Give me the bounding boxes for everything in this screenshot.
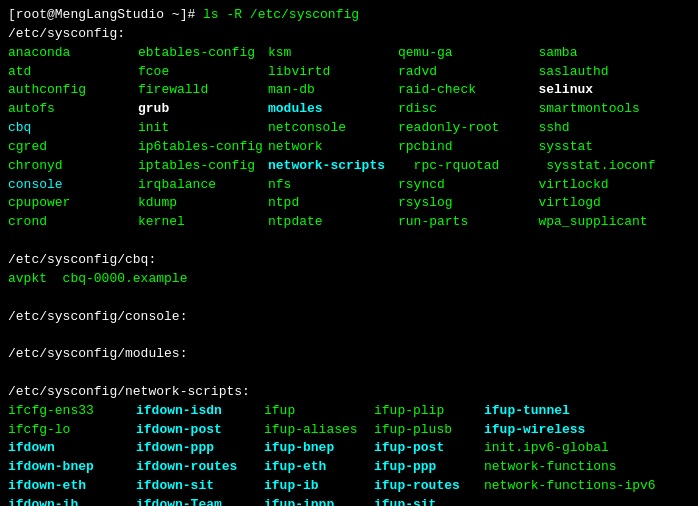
- modules-header: /etc/sysconfig/modules:: [8, 345, 690, 364]
- ns-row-4: ifdown-bnep ifdown-routes ifup-eth ifup-…: [8, 458, 690, 477]
- ls-row-3: authconfig firewalld man-db raid-check s…: [8, 81, 690, 100]
- ls-row-1: anaconda ebtables-config ksm qemu-ga sam…: [8, 44, 690, 63]
- console-header: /etc/sysconfig/console:: [8, 308, 690, 327]
- sysconfig-header: /etc/sysconfig:: [8, 25, 690, 44]
- blank-2: [8, 289, 690, 308]
- ns-row-3: ifdown ifdown-ppp ifup-bnep ifup-post in…: [8, 439, 690, 458]
- ns-row-1: ifcfg-ens33 ifdown-isdn ifup ifup-plip i…: [8, 402, 690, 421]
- prompt: [root@MengLangStudio ~]#: [8, 6, 203, 25]
- network-scripts-header: /etc/sysconfig/network-scripts:: [8, 383, 690, 402]
- cbq-contents: avpkt cbq-0000.example: [8, 270, 690, 289]
- ls-row-9: cpupower kdump ntpd rsyslog virtlogd: [8, 194, 690, 213]
- ls-row-2: atd fcoe libvirtd radvd saslauthd: [8, 63, 690, 82]
- ns-row-2: ifcfg-lo ifdown-post ifup-aliases ifup-p…: [8, 421, 690, 440]
- ls-row-5: cbq init netconsole readonly-root sshd: [8, 119, 690, 138]
- ns-row-6: ifdown-ib ifdown-Team ifup-ippp ifup-sit: [8, 496, 690, 506]
- command-line: [root@MengLangStudio ~]# ls -R /etc/sysc…: [8, 6, 690, 25]
- blank-4: [8, 364, 690, 383]
- ls-row-6: cgred ip6tables-config network rpcbind s…: [8, 138, 690, 157]
- cbq-header: /etc/sysconfig/cbq:: [8, 251, 690, 270]
- blank-3: [8, 326, 690, 345]
- ls-row-7: chronyd iptables-config network-scripts …: [8, 157, 690, 176]
- terminal: [root@MengLangStudio ~]# ls -R /etc/sysc…: [0, 0, 698, 506]
- ls-row-4: autofs grub modules rdisc smartmontools: [8, 100, 690, 119]
- ls-row-10: crond kernel ntpdate run-parts wpa_suppl…: [8, 213, 690, 232]
- command-text: ls -R /etc/sysconfig: [203, 6, 359, 25]
- blank-1: [8, 232, 690, 251]
- ls-row-8: console irqbalance nfs rsyncd virtlockd: [8, 176, 690, 195]
- ns-row-5: ifdown-eth ifdown-sit ifup-ib ifup-route…: [8, 477, 690, 496]
